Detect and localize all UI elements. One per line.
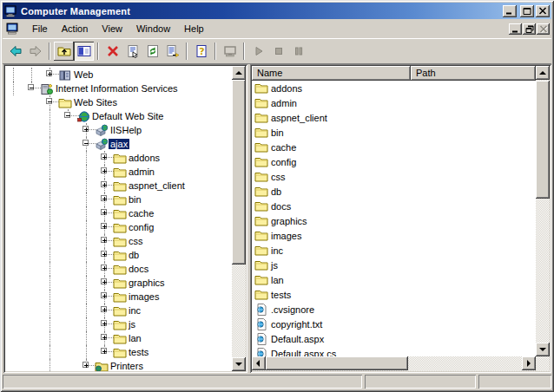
scroll-down-button[interactable] [536,343,550,356]
tree-item-js[interactable]: js [5,317,232,331]
scroll-down-button[interactable] [232,357,246,371]
tree-item-db[interactable]: db [5,248,232,262]
scroll-thumb[interactable] [232,80,246,265]
tree-expand-toggle[interactable] [101,306,107,312]
menu-item-view[interactable]: View [95,21,129,36]
tree-expand-toggle[interactable] [101,223,107,229]
column-header-path[interactable]: Path [411,66,536,81]
tree-expand-toggle[interactable] [101,278,107,284]
list-item-db[interactable]: db [252,184,536,199]
toolbar-button-start-item[interactable] [248,42,268,61]
tree-expand-toggle[interactable] [101,265,107,271]
list-item-inc[interactable]: inc [252,243,536,258]
list-item-docs[interactable]: docs [252,199,536,213]
list-item-default-aspx-cs[interactable]: Default.aspx.cs [252,346,536,356]
toolbar-button-export-list[interactable] [162,42,182,61]
list-item-graphics[interactable]: graphics [252,213,536,228]
mdi-close-button[interactable] [537,23,550,35]
toolbar-button-stop-item[interactable] [268,42,288,61]
tree-expand-toggle[interactable] [101,237,107,243]
toolbar-button-forward[interactable] [25,42,45,61]
list-item-admin[interactable]: admin [252,95,536,110]
tree-expand-toggle[interactable] [46,70,52,76]
scroll-thumb[interactable] [536,81,550,199]
minimize-button[interactable] [503,5,517,17]
menu-item-file[interactable]: File [25,21,55,36]
tree-item-docs[interactable]: docs [5,262,232,276]
tree-expand-toggle[interactable] [46,98,52,104]
toolbar-button-show-hide-tree[interactable] [74,42,94,61]
toolbar-button-pause-item[interactable] [288,42,308,61]
tree-item-images[interactable]: images [5,290,232,304]
tree-expand-toggle[interactable] [82,140,89,146]
tree-expand-toggle[interactable] [101,334,107,340]
tree-item-internet-information-services[interactable]: Internet Information Services [5,82,232,95]
tree-expand-toggle[interactable] [101,320,107,326]
toolbar-button-back[interactable] [5,42,25,61]
maximize-button[interactable] [520,5,534,17]
tree-expand-toggle[interactable] [101,154,107,160]
tree-expand-toggle[interactable] [101,167,107,173]
tree-item-default-web-site[interactable]: Default Web Site [5,109,232,123]
tree-expand-toggle[interactable] [101,348,107,354]
tree-expand-toggle[interactable] [82,362,89,368]
list-horizontal-scrollbar[interactable] [252,356,536,371]
list-item-css[interactable]: css [252,169,536,184]
toolbar-button-help[interactable]: ? [191,42,211,61]
close-button[interactable] [536,5,550,17]
tree-item-cache[interactable]: cache [5,206,232,220]
mdi-restore-button[interactable] [523,23,536,35]
list-item-js[interactable]: js [252,258,536,272]
menu-item-help[interactable]: Help [177,21,211,36]
toolbar-button-delete[interactable] [102,42,122,61]
list-item-copyright-txt[interactable]: copyright.txt [252,317,536,331]
mdi-minimize-button[interactable] [509,23,522,35]
scroll-up-button[interactable] [232,66,246,80]
tree-item-web[interactable]: Web [5,68,232,82]
tree-item-bin[interactable]: bin [5,193,232,206]
tree-item-printers[interactable]: Printers [5,359,232,371]
toolbar-button-properties[interactable] [122,42,142,61]
list-item-images[interactable]: images [252,228,536,243]
scroll-left-button[interactable] [252,356,266,370]
menu-item-action[interactable]: Action [55,21,96,36]
list-item-default-aspx[interactable]: Default.aspx [252,331,536,346]
tree-item-aspnet-client[interactable]: aspnet_client [5,179,232,193]
list-item-addons[interactable]: addons [252,81,536,95]
list-item-cache[interactable]: cache [252,140,536,154]
tree-vertical-scrollbar[interactable] [232,66,246,371]
toolbar-button-refresh[interactable] [142,42,162,61]
tree-expand-toggle[interactable] [28,84,34,90]
tree-item-web-sites[interactable]: Web Sites [5,95,232,109]
tree-item-lan[interactable]: lan [5,331,232,345]
tree-expand-toggle[interactable] [101,181,107,187]
tree-item-tests[interactable]: tests [5,345,232,359]
tree-expand-toggle[interactable] [101,292,107,298]
tree-expand-toggle[interactable] [101,251,107,257]
tree-item-ajax[interactable]: ajax [5,137,232,151]
tree-item-addons[interactable]: addons [5,151,232,165]
list-item-config[interactable]: config [252,154,536,169]
tree-expand-toggle[interactable] [64,112,70,118]
toolbar-button-up-one-level[interactable] [54,42,74,61]
list-item--cvsignore[interactable]: .cvsignore [252,302,536,317]
list-item-lan[interactable]: lan [252,272,536,287]
scroll-thumb[interactable] [266,356,408,370]
scroll-right-button[interactable] [522,356,536,370]
tree-item-css[interactable]: css [5,234,232,248]
tree-item-iishelp[interactable]: IISHelp [5,123,232,137]
tree-item-inc[interactable]: inc [5,304,232,317]
tree-item-config[interactable]: config [5,220,232,234]
tree-expand-toggle[interactable] [101,195,107,201]
tree-item-graphics[interactable]: graphics [5,276,232,290]
menu-item-window[interactable]: Window [129,21,177,36]
tree-expand-toggle[interactable] [101,209,107,215]
list-item-tests[interactable]: tests [252,287,536,302]
toolbar-button-remote-computer[interactable] [220,42,240,61]
column-header-name[interactable]: Name [252,66,411,81]
scroll-up-button[interactable] [536,66,550,80]
list-item-aspnet-client[interactable]: aspnet_client [252,110,536,125]
tree-item-admin[interactable]: admin [5,165,232,179]
list-item-bin[interactable]: bin [252,125,536,140]
list-vertical-scrollbar[interactable] [536,66,550,356]
